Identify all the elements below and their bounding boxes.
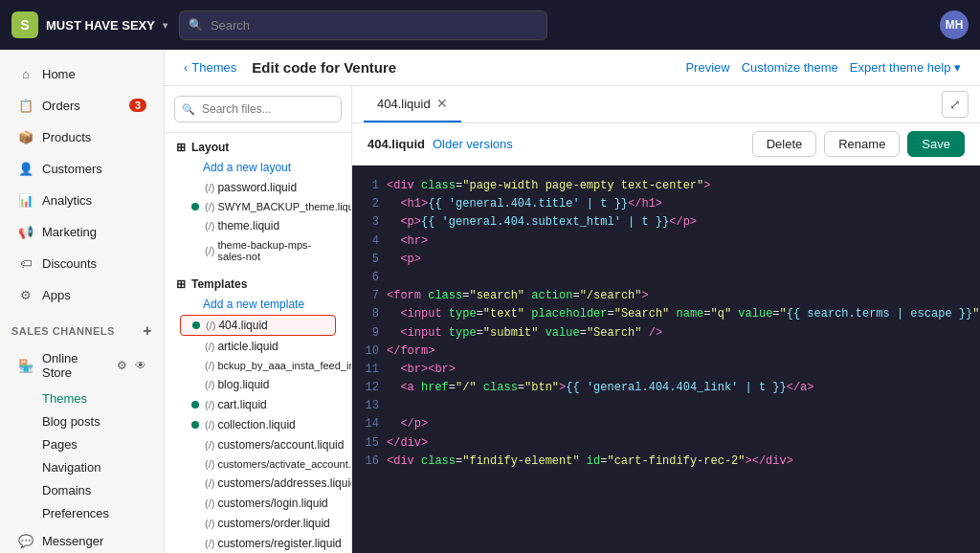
file-name: collection.liquid <box>217 418 295 431</box>
code-tab-label: 404.liquid <box>377 97 431 111</box>
sidebar-item-analytics[interactable]: 📊 Analytics <box>6 185 158 215</box>
sidebar-item-messenger[interactable]: 💬 Messenger <box>6 525 158 553</box>
file-dot <box>191 479 199 487</box>
sidebar-item-apps[interactable]: ⚙ Apps <box>6 279 158 310</box>
file-dot <box>191 184 199 191</box>
file-name: password.liquid <box>217 181 297 194</box>
search-input[interactable] <box>179 11 548 40</box>
file-dot-green <box>192 321 200 329</box>
analytics-icon: 📊 <box>17 191 34 209</box>
sidebar-item-discounts[interactable]: 🏷 Discounts <box>6 248 158 278</box>
sidebar-item-label: Orders <box>42 99 80 113</box>
sidebar-sub-blog-posts[interactable]: Blog posts <box>6 410 158 432</box>
marketing-icon: 📢 <box>17 223 34 240</box>
sidebar-sub-domains[interactable]: Domains <box>6 479 158 501</box>
expert-help-link[interactable]: Expert theme help ▾ <box>850 60 961 75</box>
code-tab-close-icon[interactable]: ✕ <box>436 96 448 111</box>
add-template-link[interactable]: Add a new template <box>176 295 340 314</box>
file-item[interactable]: (/) customers/account.liquid <box>180 435 336 454</box>
file-item[interactable]: (/) cart.liquid <box>180 395 336 414</box>
store-view-icon[interactable]: 👁 <box>135 359 146 372</box>
breadcrumb-bar: ‹ Themes Edit code for Venture Preview C… <box>165 50 980 86</box>
file-item[interactable]: (/) customers/login.liquid <box>180 494 336 513</box>
breadcrumb-back-link[interactable]: ‹ Themes <box>184 60 236 75</box>
file-item[interactable]: (/) customers/order.liquid <box>180 514 336 533</box>
orders-icon: 📋 <box>17 97 34 114</box>
file-item[interactable]: (/) customers/register.liquid <box>180 534 336 553</box>
file-item[interactable]: (/) article.liquid <box>180 337 336 356</box>
file-dot <box>191 247 199 254</box>
add-sales-channel-button[interactable]: + <box>143 322 152 340</box>
save-button[interactable]: Save <box>907 131 965 157</box>
sidebar-item-online-store[interactable]: 🏪 Online Store ⚙ 👁 <box>6 344 158 387</box>
delete-button[interactable]: Delete <box>752 131 817 157</box>
older-versions-link[interactable]: Older versions <box>433 137 513 151</box>
file-name: SWYM_BACKUP_theme.liquid <box>217 201 352 212</box>
templates-section-label: Templates <box>191 277 247 291</box>
sidebar-item-label: Discounts <box>42 256 97 271</box>
preview-link[interactable]: Preview <box>685 60 729 75</box>
file-dot-green <box>191 401 199 409</box>
file-title-bar: 404.liquid Older versions Delete Rename … <box>352 123 980 166</box>
file-item[interactable]: (/) theme-backup-mps-sales-not <box>180 236 336 265</box>
code-tab-404[interactable]: 404.liquid ✕ <box>364 86 461 122</box>
file-name: 404.liquid <box>218 319 267 332</box>
brand-name: MUST HAVE SEXY <box>46 18 155 33</box>
file-name: bckup_by_aaa_insta_feed_inde <box>217 360 352 371</box>
brand[interactable]: S MUST HAVE SEXY ▾ <box>11 11 167 38</box>
avatar[interactable]: MH <box>940 11 969 39</box>
file-item[interactable]: (/) customers/addresses.liquid <box>180 474 336 493</box>
sidebar-item-products[interactable]: 📦 Products <box>6 122 158 152</box>
file-dot-green <box>191 421 199 429</box>
customize-theme-link[interactable]: Customize theme <box>742 60 838 75</box>
file-name: blog.liquid <box>217 378 269 391</box>
file-item[interactable]: (/) customers/activate_account.lic <box>180 455 336 473</box>
sidebar-item-label: Marketing <box>42 225 97 239</box>
code-panel: 404.liquid ✕ ⤢ 404.liquid Older versions… <box>352 86 980 553</box>
file-item[interactable]: (/) collection.liquid <box>180 415 336 434</box>
sidebar-item-orders[interactable]: 📋 Orders 3 <box>6 90 158 121</box>
file-name: customers/addresses.liquid <box>217 476 352 490</box>
customers-icon: 👤 <box>17 160 34 177</box>
brand-chevron-icon: ▾ <box>163 20 167 31</box>
file-item[interactable]: (/) SWYM_BACKUP_theme.liquid <box>180 198 336 215</box>
sidebar-sub-pages[interactable]: Pages <box>6 433 158 455</box>
expand-editor-button[interactable]: ⤢ <box>942 91 969 118</box>
sidebar-item-label: Apps <box>42 288 71 302</box>
code-content[interactable]: <div class="page-width page-empty text-c… <box>387 166 980 553</box>
sidebar-item-label: Customers <box>42 162 102 176</box>
breadcrumb-current: Edit code for Venture <box>252 59 396 76</box>
sidebar-sub-themes[interactable]: Themes <box>6 387 158 409</box>
brand-icon: S <box>11 11 38 38</box>
sidebar-item-home[interactable]: ⌂ Home <box>6 58 158 89</box>
file-dot <box>191 460 199 468</box>
file-item[interactable]: (/) bckup_by_aaa_insta_feed_inde <box>180 357 336 374</box>
sidebar-item-label: Analytics <box>42 193 92 208</box>
file-dot <box>191 540 199 547</box>
file-dot <box>191 520 199 527</box>
breadcrumb-back-label: Themes <box>191 60 236 75</box>
top-navigation: S MUST HAVE SEXY ▾ 🔍 MH <box>0 0 980 50</box>
file-dot <box>191 362 199 369</box>
file-name: article.liquid <box>217 340 278 353</box>
breadcrumb: ‹ Themes Edit code for Venture <box>184 59 396 76</box>
code-tab-list: 404.liquid ✕ <box>364 86 461 122</box>
sales-channels-section: SALES CHANNELS + <box>0 311 164 343</box>
sidebar-item-customers[interactable]: 👤 Customers <box>6 153 158 184</box>
breadcrumb-actions: Preview Customize theme Expert theme hel… <box>685 60 961 75</box>
sidebar-sub-navigation[interactable]: Navigation <box>6 456 158 478</box>
file-panel: 🔍 ⊞ Layout Add a new layout (/) password… <box>165 86 352 553</box>
rename-button[interactable]: Rename <box>824 131 900 157</box>
file-item-active[interactable]: (/) 404.liquid <box>180 315 336 336</box>
file-search-input[interactable] <box>174 96 342 122</box>
file-dot <box>191 441 199 449</box>
sidebar-item-marketing[interactable]: 📢 Marketing <box>6 216 158 247</box>
file-item[interactable]: (/) theme.liquid <box>180 216 336 235</box>
store-settings-icon[interactable]: ⚙ <box>117 359 127 372</box>
file-item[interactable]: (/) password.liquid <box>180 178 336 197</box>
code-editor[interactable]: 12345 678910 111213141516 <div class="pa… <box>352 166 980 553</box>
sidebar-sub-preferences[interactable]: Preferences <box>6 502 158 524</box>
file-name: cart.liquid <box>217 398 266 411</box>
add-layout-link[interactable]: Add a new layout <box>176 158 340 177</box>
file-item[interactable]: (/) blog.liquid <box>180 375 336 394</box>
